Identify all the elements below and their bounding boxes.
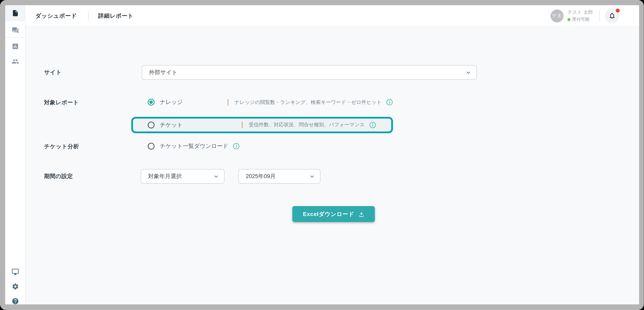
window-frame: ダッシュボード 詳細レポート テ太 テスト 太郎 受付可能 bbox=[0, 0, 644, 310]
info-icon[interactable] bbox=[232, 143, 240, 150]
excel-download-button[interactable]: Excelダウンロード bbox=[292, 206, 375, 222]
period-month-select[interactable]: 2025年09月 bbox=[238, 169, 320, 184]
report-form: サイト 外部サイト 対象レポート ナレッジ ナレッジの閲覧数・ランキング、検索キ… bbox=[26, 27, 639, 305]
radio-label: チケット bbox=[160, 121, 242, 129]
description-separator bbox=[228, 99, 228, 106]
screenshot-stage: ダッシュボード 詳細レポート テ太 テスト 太郎 受付可能 bbox=[0, 0, 644, 310]
sidebar-item-reports[interactable] bbox=[5, 5, 26, 21]
user-meta[interactable]: テスト 太郎 受付可能 bbox=[568, 9, 596, 22]
sidebar-item-settings[interactable] bbox=[5, 279, 26, 295]
ticket-analysis-label: チケット分析 bbox=[44, 138, 79, 154]
radio-unselected-icon[interactable] bbox=[148, 122, 154, 128]
avatar[interactable]: テ太 bbox=[550, 9, 564, 22]
sidebar-item-monitor[interactable] bbox=[5, 264, 26, 280]
breadcrumb: ダッシュボード 詳細レポート bbox=[26, 11, 134, 20]
bell-icon bbox=[608, 12, 616, 19]
radio-label: ナレッジ bbox=[160, 98, 228, 106]
site-select[interactable]: 外部サイト bbox=[142, 65, 477, 80]
excel-download-label: Excelダウンロード bbox=[303, 210, 354, 218]
radio-option-knowledge[interactable]: ナレッジ ナレッジの閲覧数・ランキング、検索キーワード・ゼロ件ヒット bbox=[131, 94, 393, 110]
sidebar-item-help[interactable] bbox=[5, 293, 26, 305]
notification-badge bbox=[616, 9, 620, 12]
status-label: 受付可能 bbox=[572, 16, 590, 22]
site-select-value: 外部サイト bbox=[149, 69, 178, 76]
chevron-down-icon bbox=[213, 174, 219, 179]
radio-option-ticket-list-download[interactable]: チケット一覧ダウンロード bbox=[131, 138, 393, 154]
user-zone: テ太 テスト 太郎 受付可能 bbox=[550, 9, 639, 23]
sidebar-item-chat[interactable] bbox=[5, 22, 26, 38]
info-icon[interactable] bbox=[386, 99, 393, 106]
target-report-label: 対象レポート bbox=[44, 94, 79, 110]
user-status: 受付可能 bbox=[568, 16, 590, 22]
radio-label: チケット一覧ダウンロード bbox=[160, 142, 228, 150]
breadcrumb-detailed-report[interactable]: 詳細レポート bbox=[98, 12, 134, 20]
sidebar-item-users[interactable] bbox=[5, 53, 26, 69]
app-window: ダッシュボード 詳細レポート テ太 テスト 太郎 受付可能 bbox=[5, 5, 639, 305]
bar-chart-icon bbox=[12, 43, 19, 50]
option-description: 受信件数、対応状況、問合せ種別、パフォーマンス bbox=[249, 122, 365, 128]
chevron-down-icon bbox=[309, 174, 315, 179]
period-mode-select[interactable]: 対象年月選択 bbox=[141, 169, 224, 184]
description-separator bbox=[242, 122, 243, 128]
sidebar-divider bbox=[5, 37, 26, 37]
help-icon bbox=[12, 298, 19, 305]
sidebar bbox=[5, 5, 26, 305]
info-icon[interactable] bbox=[369, 122, 376, 128]
top-header: ダッシュボード 詳細レポート テ太 テスト 太郎 受付可能 bbox=[26, 5, 639, 27]
period-label: 期間の設定 bbox=[44, 169, 73, 184]
radio-unselected-icon[interactable] bbox=[148, 143, 154, 150]
breadcrumb-separator bbox=[88, 11, 89, 20]
people-icon bbox=[12, 58, 19, 65]
breadcrumb-dashboard[interactable]: ダッシュボード bbox=[36, 12, 77, 20]
document-icon bbox=[12, 9, 19, 17]
notifications-button[interactable] bbox=[605, 9, 619, 23]
chevron-down-icon bbox=[466, 70, 471, 75]
option-description: ナレッジの閲覧数・ランキング、検索キーワード・ゼロ件ヒット bbox=[234, 99, 382, 106]
sidebar-item-analytics[interactable] bbox=[5, 38, 26, 54]
site-label: サイト bbox=[44, 65, 62, 80]
download-icon bbox=[358, 211, 364, 217]
status-dot bbox=[568, 18, 570, 21]
user-name: テスト 太郎 bbox=[568, 9, 593, 15]
period-month-value: 2025年09月 bbox=[246, 172, 276, 180]
chat-icon bbox=[12, 27, 19, 34]
gear-icon bbox=[12, 283, 19, 290]
monitor-icon bbox=[12, 268, 19, 276]
period-mode-value: 対象年月選択 bbox=[148, 172, 182, 180]
radio-option-ticket-highlighted[interactable]: チケット 受信件数、対応状況、問合せ種別、パフォーマンス bbox=[131, 117, 393, 133]
header-divider bbox=[600, 10, 600, 22]
radio-selected-icon[interactable] bbox=[148, 99, 154, 106]
